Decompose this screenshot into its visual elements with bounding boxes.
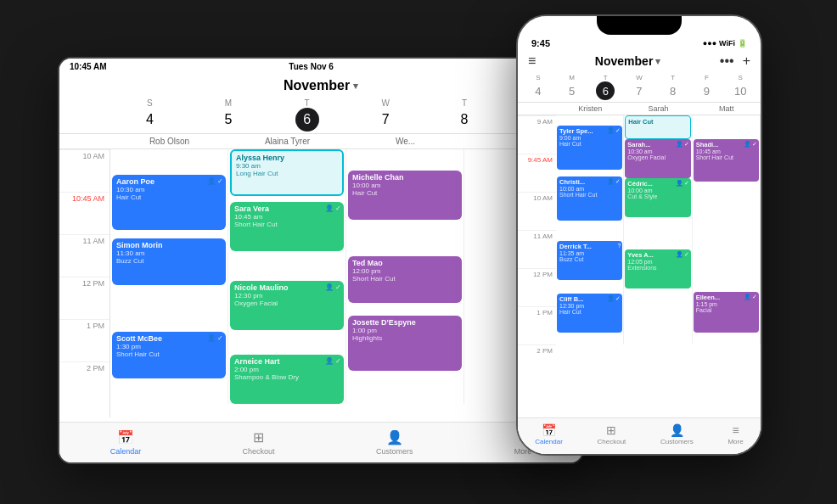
event-name: Sara Vera [234,204,340,213]
ph-tab-more[interactable]: ≡ More [727,423,743,445]
ph-day-label: F [705,74,709,81]
check-icon: ✓ [615,178,621,185]
event-scott-mcbee[interactable]: 👤 ✓ Scott McBee 1:30 pm Short Hair Cut [112,332,226,378]
ph-col-matt: 👤 ✓ Shadi... 10:45 am Short Hair Cut 👤 ✓ [693,115,761,344]
ph-ev-actions: 👤 ✓ [744,294,757,300]
more-button[interactable]: ••• [720,53,734,69]
day-col-w[interactable]: W 7 [346,98,425,132]
check-icon: ✓ [217,334,223,342]
ph-event-christi[interactable]: 👤 ✓ Christi... 10:00 am Short Hair Cut [557,176,622,221]
phone-status-bar: 9:45 ●●● WiFi 🔋 [518,35,761,50]
tablet-status-bar: 10:45 AM Tues Nov 6 ●●● WiFi 100% [59,59,582,75]
ph-ev-time: 10:45 am [696,148,756,154]
ph-tab-more-label: More [727,438,743,445]
phone-header-actions: ••• + [720,53,750,69]
ph-tab-checkout[interactable]: ⊞ Checkout [598,423,626,445]
event-name: Arneice Hart [234,357,340,366]
event-josette-despyne[interactable]: Josette D'Espyne 1:00 pm Highlights [348,316,462,371]
tab-checkout[interactable]: ⊞ Checkout [243,429,275,456]
event-sara-vera[interactable]: 👤 ✓ Sara Vera 10:45 am Short Hair Cut [230,202,344,251]
ph-day-t[interactable]: T 6 [588,74,622,100]
check-icon: ✓ [335,283,341,291]
event-time: 1:00 pm [352,327,458,334]
day-col-s[interactable]: S 4 [110,98,189,132]
ph-ev-actions: 👤 ✓ [607,295,621,302]
phone-grid: 👤 ✓ Tyler Spe... 9:00 am Hair Cut 👤 ✓ Ch… [556,115,761,417]
time-slot-1pm: 1 PM [59,319,110,361]
check-icon: ✓ [752,294,757,300]
ph-ev-time: 10:00 am [559,186,620,192]
ph-day-f[interactable]: F 9 [690,74,724,100]
ph-ev-actions: 👤 ✓ [676,141,689,148]
ph-tab-calendar[interactable]: 📅 Calendar [535,423,562,445]
ph-tab-customers[interactable]: 👤 Customers [660,423,694,445]
ph-event-cedric[interactable]: 👤 ✓ Cédric... 10:00 am Cut & Style [625,178,690,217]
person-icon: 👤 [325,357,334,365]
day-num-6: 6 [295,108,319,132]
tab-calendar[interactable]: 📅 Calendar [110,429,142,456]
event-ted-mao[interactable]: Ted Mao 12:00 pm Short Hair Cut [348,256,462,303]
event-simon-morin[interactable]: Simon Morin 11:30 am Buzz Cut [112,238,226,285]
tablet-col-rob: 👤 ✓ Aaron Poe 10:30 am Hair Cut Simon Mo… [110,149,228,404]
ph-event-sarah[interactable]: 👤 ✓ Sarah... 10:30 am Oxygen Facial [625,139,690,178]
ph-ev-service: Buzz Cut [559,256,620,262]
event-michelle-chan[interactable]: Michelle Chan 10:00 am Hair Cut [348,171,462,220]
tablet-week-header: S 4 M 5 T 6 W 7 T 8 F 9 [59,97,582,134]
ph-day-num: 4 [529,81,548,100]
ph-event-tyler[interactable]: 👤 ✓ Tyler Spe... 9:00 am Hair Cut [557,126,622,170]
check-icon: ✓ [752,141,757,148]
phone-device: 9:45 ●●● WiFi 🔋 ≡ November ▾ ••• + S 4 [516,14,762,456]
day-col-t[interactable]: T 6 [267,98,346,132]
tablet-month-label: November [284,78,350,93]
check-icon: ✓ [217,177,223,185]
event-service: Short Hair Cut [234,221,340,228]
ph-day-m[interactable]: M 5 [555,74,589,100]
tablet-date: Tues Nov 6 [289,62,334,71]
day-col-m[interactable]: M 5 [189,98,268,132]
person-icon: 👤 [607,127,615,134]
ph-staff-matt: Matt [693,104,761,113]
add-button[interactable]: + [743,53,750,69]
tab-customers[interactable]: 👤 Customers [376,429,413,456]
tablet-bottom-nav: 📅 Calendar ⊞ Checkout 👤 Customers ≡ More [59,422,582,462]
day-num-8: 8 [452,108,476,132]
ph-event-eileen[interactable]: 👤 ✓ Eileen... 1:15 pm Facial [694,292,759,333]
tab-customers-label: Customers [376,447,413,456]
time-slot-1045am: 10:45 AM [59,192,110,234]
day-col-t2[interactable]: T 8 [425,98,504,132]
day-label-s: S [147,98,153,108]
person-icon: 👤 [676,141,683,148]
event-alyssa-henry[interactable]: Alyssa Henry 9:30 am Long Hair Cut [230,149,344,196]
time-slot-10am: 10 AM [59,149,110,192]
tablet-month-title[interactable]: November ▾ [284,78,358,93]
ph-event-yves[interactable]: 👤 ✓ Yves A... 12:05 pm Extensions [625,249,690,288]
check-icon: ✓ [684,251,689,258]
event-service: Highlights [352,334,458,342]
phone-header: ≡ November ▾ ••• + [518,50,761,72]
ph-event-derrick[interactable]: ? Derrick T... 11:35 am Buzz Cut [557,241,622,280]
event-service: Shampoo & Blow Dry [234,373,340,381]
event-service: Long Hair Cut [236,170,338,177]
ph-day-w[interactable]: W 7 [622,74,656,100]
phone-time-col: 9 AM 9:45 AM 10 AM 11 AM 12 PM 1 PM 2 PM [518,115,556,417]
ph-event-haircut-outline[interactable]: Hair Cut [625,115,690,139]
event-arneice-hart[interactable]: 👤 ✓ Arneice Hart 2:00 pm Shampoo & Blow … [230,355,344,404]
ph-day-s2[interactable]: S 10 [723,74,757,100]
menu-icon[interactable]: ≡ [528,53,536,69]
ph-day-t2[interactable]: T 8 [656,74,690,100]
check-icon: ✓ [615,127,621,134]
ph-event-cliff[interactable]: 👤 ✓ Cliff B... 12:30 pm Hair Cut [557,294,622,333]
event-aaron-poe[interactable]: 👤 ✓ Aaron Poe 10:30 am Hair Cut [112,175,226,230]
ph-ev-service: Hair Cut [559,309,620,315]
battery-icon: 🔋 [738,39,747,48]
tablet-header: November ▾ ••• + [59,75,582,97]
ph-day-s[interactable]: S 4 [521,74,555,100]
phone-staff-row: Kristen Sarah Matt [518,103,761,115]
phone-month-title[interactable]: November ▾ [595,54,660,68]
ph-ev-service: Extensions [627,265,688,271]
ph-event-shadi[interactable]: 👤 ✓ Shadi... 10:45 am Short Hair Cut [694,139,759,182]
event-name: Alyssa Henry [236,154,338,162]
event-time: 11:30 am [116,249,222,257]
event-nicole-maulino[interactable]: 👤 ✓ Nicole Maulino 12:30 pm Oxygen Facia… [230,281,344,330]
ph-ev-time: 10:30 am [627,148,688,154]
